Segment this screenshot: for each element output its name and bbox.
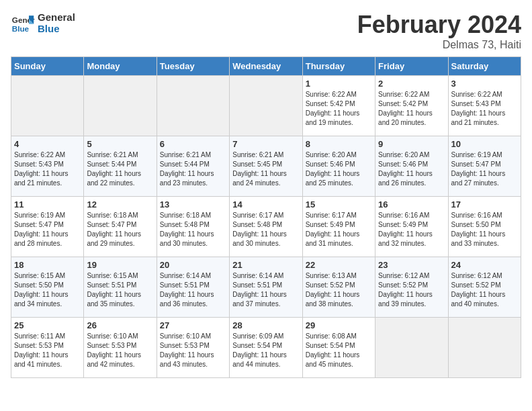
- day-number: 16: [378, 199, 445, 210]
- title-block: February 2024 Delmas 73, Haiti: [357, 11, 521, 51]
- day-number: 15: [306, 199, 372, 210]
- day-number: 28: [232, 320, 299, 330]
- logo: General Blue General Blue: [11, 11, 75, 35]
- day-info: Sunrise: 6:19 AMSunset: 5:47 PMDaylight:…: [451, 150, 518, 188]
- calendar-week-row: 4Sunrise: 6:22 AMSunset: 5:43 PMDaylight…: [11, 136, 521, 197]
- day-number: 7: [232, 139, 299, 149]
- calendar-cell: 2Sunrise: 6:22 AMSunset: 5:42 PMDaylight…: [375, 76, 448, 136]
- day-info: Sunrise: 6:17 AMSunset: 5:49 PMDaylight:…: [306, 211, 372, 248]
- calendar-cell: 3Sunrise: 6:22 AMSunset: 5:43 PMDaylight…: [448, 76, 521, 136]
- day-info: Sunrise: 6:21 AMSunset: 5:44 PMDaylight:…: [160, 150, 226, 188]
- calendar-cell: 5Sunrise: 6:21 AMSunset: 5:44 PMDaylight…: [84, 136, 157, 197]
- logo-blue-text: Blue: [38, 23, 75, 34]
- day-info: Sunrise: 6:17 AMSunset: 5:48 PMDaylight:…: [232, 211, 299, 248]
- day-info: Sunrise: 6:10 AMSunset: 5:53 PMDaylight:…: [160, 332, 226, 369]
- day-info: Sunrise: 6:10 AMSunset: 5:53 PMDaylight:…: [87, 332, 153, 369]
- day-info: Sunrise: 6:12 AMSunset: 5:52 PMDaylight:…: [378, 271, 445, 309]
- calendar-cell: 15Sunrise: 6:17 AMSunset: 5:49 PMDayligh…: [302, 197, 375, 257]
- day-number: 2: [378, 79, 445, 89]
- day-number: 25: [14, 320, 81, 330]
- calendar-cell: [11, 76, 84, 136]
- day-number: 11: [14, 199, 81, 210]
- day-number: 18: [14, 260, 81, 270]
- logo-icon: General Blue: [11, 11, 35, 35]
- calendar-cell: 18Sunrise: 6:15 AMSunset: 5:50 PMDayligh…: [11, 257, 84, 318]
- calendar-table: SundayMondayTuesdayWednesdayThursdayFrid…: [11, 56, 521, 378]
- calendar-cell: 23Sunrise: 6:12 AMSunset: 5:52 PMDayligh…: [375, 257, 448, 318]
- weekday-header-sunday: Sunday: [11, 57, 84, 76]
- page-header: General Blue General Blue February 2024 …: [11, 11, 521, 51]
- day-info: Sunrise: 6:20 AMSunset: 5:46 PMDaylight:…: [378, 150, 445, 188]
- weekday-header-tuesday: Tuesday: [157, 57, 229, 76]
- day-number: 3: [451, 79, 518, 89]
- calendar-week-row: 18Sunrise: 6:15 AMSunset: 5:50 PMDayligh…: [11, 257, 521, 318]
- calendar-cell: 26Sunrise: 6:10 AMSunset: 5:53 PMDayligh…: [84, 318, 157, 378]
- weekday-header-thursday: Thursday: [302, 57, 375, 76]
- day-number: 21: [232, 260, 299, 270]
- weekday-header-monday: Monday: [84, 57, 157, 76]
- day-number: 14: [232, 199, 299, 210]
- location: Delmas 73, Haiti: [357, 39, 521, 51]
- calendar-cell: 11Sunrise: 6:19 AMSunset: 5:47 PMDayligh…: [11, 197, 84, 257]
- calendar-cell: 17Sunrise: 6:16 AMSunset: 5:50 PMDayligh…: [448, 197, 521, 257]
- day-number: 19: [87, 260, 153, 270]
- day-info: Sunrise: 6:22 AMSunset: 5:42 PMDaylight:…: [306, 90, 372, 128]
- calendar-cell: [448, 318, 521, 378]
- calendar-cell: 8Sunrise: 6:20 AMSunset: 5:46 PMDaylight…: [302, 136, 375, 197]
- calendar-week-row: 25Sunrise: 6:11 AMSunset: 5:53 PMDayligh…: [11, 318, 521, 378]
- calendar-cell: 7Sunrise: 6:21 AMSunset: 5:45 PMDaylight…: [230, 136, 302, 197]
- day-info: Sunrise: 6:18 AMSunset: 5:47 PMDaylight:…: [87, 211, 153, 248]
- calendar-cell: 24Sunrise: 6:12 AMSunset: 5:52 PMDayligh…: [448, 257, 521, 318]
- day-info: Sunrise: 6:15 AMSunset: 5:50 PMDaylight:…: [14, 271, 81, 309]
- calendar-cell: 21Sunrise: 6:14 AMSunset: 5:51 PMDayligh…: [230, 257, 302, 318]
- calendar-cell: 19Sunrise: 6:15 AMSunset: 5:51 PMDayligh…: [84, 257, 157, 318]
- day-number: 24: [451, 260, 518, 270]
- day-number: 10: [451, 139, 518, 149]
- day-number: 6: [160, 139, 226, 149]
- day-info: Sunrise: 6:14 AMSunset: 5:51 PMDaylight:…: [160, 271, 226, 309]
- day-number: 22: [306, 260, 372, 270]
- day-number: 23: [378, 260, 445, 270]
- calendar-cell: 29Sunrise: 6:08 AMSunset: 5:54 PMDayligh…: [302, 318, 375, 378]
- calendar-week-row: 11Sunrise: 6:19 AMSunset: 5:47 PMDayligh…: [11, 197, 521, 257]
- calendar-cell: 25Sunrise: 6:11 AMSunset: 5:53 PMDayligh…: [11, 318, 84, 378]
- logo-general-text: General: [38, 11, 75, 23]
- day-number: 27: [160, 320, 226, 330]
- day-number: 26: [87, 320, 153, 330]
- calendar-cell: 27Sunrise: 6:10 AMSunset: 5:53 PMDayligh…: [157, 318, 229, 378]
- calendar-cell: 6Sunrise: 6:21 AMSunset: 5:44 PMDaylight…: [157, 136, 229, 197]
- calendar-cell: [84, 76, 157, 136]
- weekday-header-wednesday: Wednesday: [230, 57, 302, 76]
- svg-text:Blue: Blue: [12, 24, 30, 33]
- day-info: Sunrise: 6:08 AMSunset: 5:54 PMDaylight:…: [306, 332, 372, 369]
- weekday-header-saturday: Saturday: [448, 57, 521, 76]
- day-info: Sunrise: 6:21 AMSunset: 5:45 PMDaylight:…: [232, 150, 299, 188]
- day-info: Sunrise: 6:19 AMSunset: 5:47 PMDaylight:…: [14, 211, 81, 248]
- calendar-cell: [375, 318, 448, 378]
- calendar-cell: 20Sunrise: 6:14 AMSunset: 5:51 PMDayligh…: [157, 257, 229, 318]
- day-info: Sunrise: 6:16 AMSunset: 5:50 PMDaylight:…: [451, 211, 518, 248]
- day-number: 29: [306, 320, 372, 330]
- calendar-cell: 12Sunrise: 6:18 AMSunset: 5:47 PMDayligh…: [84, 197, 157, 257]
- calendar-cell: [157, 76, 229, 136]
- calendar-cell: 10Sunrise: 6:19 AMSunset: 5:47 PMDayligh…: [448, 136, 521, 197]
- day-info: Sunrise: 6:11 AMSunset: 5:53 PMDaylight:…: [14, 332, 81, 369]
- day-info: Sunrise: 6:18 AMSunset: 5:48 PMDaylight:…: [160, 211, 226, 248]
- day-info: Sunrise: 6:20 AMSunset: 5:46 PMDaylight:…: [306, 150, 372, 188]
- day-number: 17: [451, 199, 518, 210]
- day-info: Sunrise: 6:13 AMSunset: 5:52 PMDaylight:…: [306, 271, 372, 309]
- day-info: Sunrise: 6:12 AMSunset: 5:52 PMDaylight:…: [451, 271, 518, 309]
- day-info: Sunrise: 6:16 AMSunset: 5:49 PMDaylight:…: [378, 211, 445, 248]
- calendar-cell: 1Sunrise: 6:22 AMSunset: 5:42 PMDaylight…: [302, 76, 375, 136]
- calendar-cell: [230, 76, 302, 136]
- calendar-cell: 28Sunrise: 6:09 AMSunset: 5:54 PMDayligh…: [230, 318, 302, 378]
- day-number: 8: [306, 139, 372, 149]
- day-info: Sunrise: 6:22 AMSunset: 5:42 PMDaylight:…: [378, 90, 445, 128]
- day-info: Sunrise: 6:22 AMSunset: 5:43 PMDaylight:…: [451, 90, 518, 128]
- calendar-cell: 22Sunrise: 6:13 AMSunset: 5:52 PMDayligh…: [302, 257, 375, 318]
- calendar-week-row: 1Sunrise: 6:22 AMSunset: 5:42 PMDaylight…: [11, 76, 521, 136]
- calendar-cell: 4Sunrise: 6:22 AMSunset: 5:43 PMDaylight…: [11, 136, 84, 197]
- weekday-header-friday: Friday: [375, 57, 448, 76]
- calendar-cell: 14Sunrise: 6:17 AMSunset: 5:48 PMDayligh…: [230, 197, 302, 257]
- day-number: 4: [14, 139, 81, 149]
